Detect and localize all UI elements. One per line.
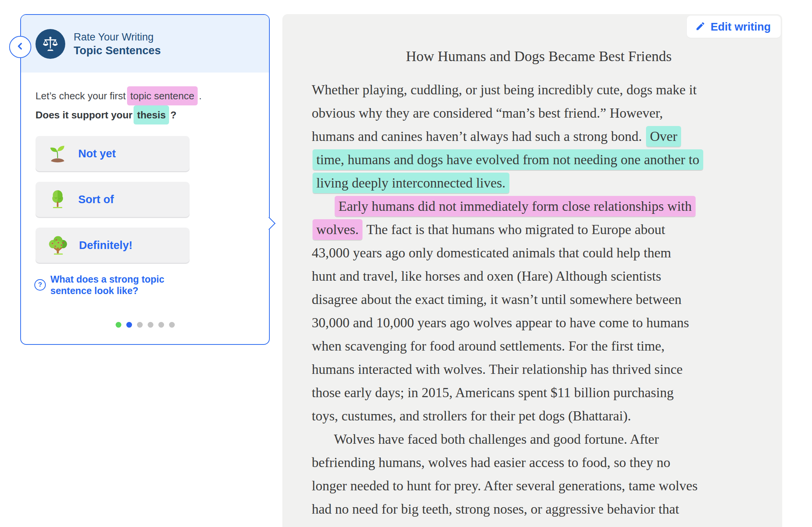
young-tree-icon [47, 188, 68, 211]
essay: How Humans and Dogs Became Best Friends … [312, 14, 766, 527]
thesis-chip: thesis [134, 105, 169, 124]
question-mark-icon: ? [34, 279, 46, 291]
topic-sentence-chip: topic sentence [127, 86, 198, 105]
essay-line: those early days; in 2015, Americans spe… [312, 381, 766, 404]
help-link-label: What does a strong topic sentence look l… [50, 273, 203, 296]
progress-dot-green [116, 322, 121, 328]
essay-text: disagree about the exact timing, it wasn… [312, 292, 682, 307]
essay-text: Whether playing, cuddling, or just being… [312, 82, 697, 97]
essay-line: Whether playing, cuddling, or just being… [312, 78, 766, 102]
essay-text: obvious why they are considered “man’s b… [312, 105, 663, 121]
scale-icon [35, 29, 65, 59]
essay-line: 30,000 and 10,000 years ago wolves appea… [312, 311, 766, 335]
page: Rate Your Writing Topic Sentences Let’s … [0, 0, 812, 527]
essay-text: those early days; in 2015, Americans spe… [312, 385, 674, 400]
question-text: Let’s check your firsttopic sentence. Do… [35, 86, 255, 124]
essay-text: had no need for big teeth, strong noses,… [312, 501, 679, 517]
essay-text: humans and canines haven’t always had su… [312, 129, 645, 144]
essay-text: 43,000 years ago only domesticated anima… [312, 245, 671, 260]
question-line-2: Does it support yourthesis? [35, 105, 255, 124]
essay-line: living deeply interconnected lives. [312, 171, 766, 195]
essay-line: humans and canines haven’t always had su… [312, 125, 766, 148]
definitely-label: Definitely! [79, 239, 132, 252]
essay-title: How Humans and Dogs Became Best Friends [312, 46, 766, 66]
essay-line: when scavenging for food around settleme… [312, 335, 766, 358]
essay-line: helped their ancestors survive. If you t… [312, 521, 766, 527]
essay-text: 30,000 and 10,000 years ago wolves appea… [312, 315, 689, 330]
topic-sentence-highlight: Early humans did not immediately form cl… [335, 196, 696, 217]
essay-text: Wolves have faced both challenges and go… [334, 432, 659, 447]
not-yet-button[interactable]: Not yet [35, 136, 190, 171]
card-title: Topic Sentences [74, 44, 161, 57]
essay-text: befriending humans, wolves had easier ac… [312, 455, 670, 470]
progress-dot-blue [126, 322, 132, 328]
essay-line: toys, custumes, and strollers for their … [312, 404, 766, 428]
essay-body: Whether playing, cuddling, or just being… [312, 78, 766, 527]
question-line1-prefix: Let’s check your first [35, 90, 126, 102]
essay-text: humans interacted with wolves. Their rel… [312, 362, 683, 377]
thesis-highlight: living deeply interconnected lives. [313, 173, 509, 193]
question-line2-prefix: Does it support your [35, 109, 132, 121]
card-eyebrow: Rate Your Writing [74, 31, 161, 44]
essay-line: had no need for big teeth, strong noses,… [312, 498, 766, 521]
essay-line: obvious why they are considered “man’s b… [312, 102, 766, 125]
essay-text: toys, custumes, and strollers for their … [312, 408, 631, 424]
essay-line: humans interacted with wolves. Their rel… [312, 358, 766, 381]
card-pointer [263, 217, 276, 230]
help-link[interactable]: ? What does a strong topic sentence look… [34, 273, 214, 296]
sort-of-button[interactable]: Sort of [35, 182, 190, 217]
question-line1-suffix: . [199, 90, 201, 102]
essay-line: hunt and travel, like horses and oxen (H… [312, 265, 766, 288]
question-line2-suffix: ? [170, 109, 176, 121]
essay-text: longer needed to hunt for prey. After se… [312, 478, 698, 493]
card-header-text: Rate Your Writing Topic Sentences [74, 31, 161, 57]
progress-dots [21, 322, 269, 328]
rating-options: Not yet Sort of [35, 136, 255, 263]
not-yet-label: Not yet [78, 147, 116, 160]
essay-text: when scavenging for food around settleme… [312, 338, 665, 354]
chevron-left-icon [15, 41, 26, 53]
sort-of-label: Sort of [78, 193, 114, 206]
essay-text: hunt and travel, like horses and oxen (H… [312, 268, 661, 284]
card-header: Rate Your Writing Topic Sentences [21, 15, 269, 73]
progress-dot-gray [169, 322, 175, 328]
essay-line: time, humans and dogs have evolved from … [312, 148, 766, 171]
progress-dot-gray [148, 322, 153, 328]
apple-tree-icon [47, 234, 69, 257]
seedling-icon [47, 142, 68, 165]
essay-text: The fact is that humans who migrated to … [363, 222, 665, 237]
essay-line: Wolves have faced both challenges and go… [312, 428, 766, 451]
essay-line: longer needed to hunt for prey. After se… [312, 474, 766, 498]
essay-line: wolves. The fact is that humans who migr… [312, 218, 766, 241]
topic-sentence-highlight: wolves. [313, 219, 362, 240]
writing-document-panel: Edit writing How Humans and Dogs Became … [282, 14, 782, 527]
essay-line: 43,000 years ago only domesticated anima… [312, 241, 766, 265]
essay-line: Early humans did not immediately form cl… [312, 195, 766, 218]
essay-text: helped their ancestors survive. If you t… [312, 525, 677, 527]
thesis-highlight: Over [646, 126, 681, 147]
thesis-highlight: time, humans and dogs have evolved from … [313, 149, 703, 170]
progress-dot-gray [137, 322, 143, 328]
rate-your-writing-card: Rate Your Writing Topic Sentences Let’s … [20, 14, 270, 345]
definitely-button[interactable]: Definitely! [35, 228, 190, 263]
progress-dot-gray [158, 322, 164, 328]
question-line-1: Let’s check your firsttopic sentence. [35, 86, 255, 105]
back-button[interactable] [9, 36, 31, 58]
essay-line: disagree about the exact timing, it wasn… [312, 288, 766, 311]
essay-line: befriending humans, wolves had easier ac… [312, 451, 766, 474]
